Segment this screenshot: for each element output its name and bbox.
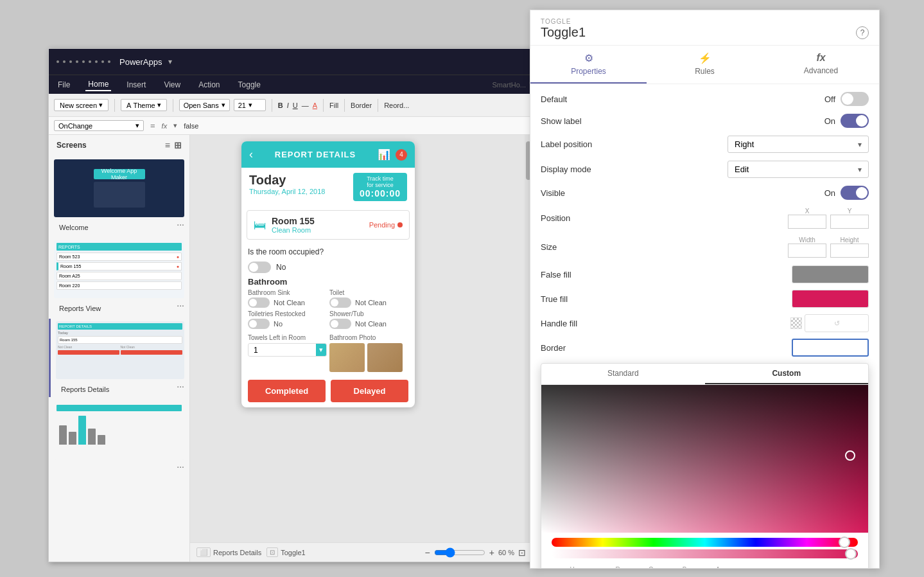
- hue-slider[interactable]: [552, 538, 858, 547]
- delayed-button[interactable]: Delayed: [331, 380, 408, 402]
- alpha-slider[interactable]: [552, 549, 858, 558]
- tab-properties[interactable]: ⚙ Properties: [530, 46, 647, 84]
- hue-thumb[interactable]: [839, 537, 850, 548]
- photo-thumb-2[interactable]: [367, 343, 403, 372]
- zoom-plus-btn[interactable]: +: [489, 547, 494, 558]
- help-icon[interactable]: ?: [856, 26, 869, 39]
- italic-btn[interactable]: I: [287, 102, 289, 109]
- track-time-widget[interactable]: Track time for service 00:00:00: [353, 173, 407, 201]
- label-position-dropdown[interactable]: Right ▾: [728, 136, 869, 153]
- canvas-tab-toggle[interactable]: ⊡ Toggle1: [266, 547, 306, 557]
- fx-button[interactable]: fx: [159, 122, 170, 130]
- tab-advanced[interactable]: fx Advanced: [763, 46, 879, 84]
- color-cursor[interactable]: [845, 450, 855, 461]
- occupied-toggle[interactable]: [248, 262, 271, 273]
- photo-thumb-1[interactable]: [329, 343, 365, 372]
- handle-fill-swatch[interactable]: [790, 317, 802, 329]
- border-btn[interactable]: Border: [351, 102, 372, 109]
- bold-btn[interactable]: B: [278, 102, 283, 109]
- completed-button[interactable]: Completed: [248, 380, 326, 402]
- menu-file[interactable]: File: [55, 79, 73, 91]
- fill-btn[interactable]: Fill: [329, 102, 338, 109]
- screen-item-analytics[interactable]: ...: [49, 400, 189, 477]
- menu-home[interactable]: Home: [85, 78, 111, 91]
- event-dropdown[interactable]: OnChange▾: [54, 120, 144, 131]
- formula-input[interactable]: false: [184, 122, 527, 130]
- occupied-value: No: [276, 263, 286, 272]
- screen-more-welcome[interactable]: ...: [177, 217, 184, 227]
- fit-screen-icon[interactable]: ⊡: [518, 547, 526, 558]
- y-field: Y: [830, 208, 869, 229]
- screen-item-details[interactable]: REPORT DETAILS Today Room 155 Not CleanN…: [49, 319, 189, 397]
- prop-default: Default Off: [541, 92, 869, 106]
- zoom-slider[interactable]: [434, 547, 485, 558]
- alpha-thumb[interactable]: [845, 548, 857, 560]
- b-field: B: [669, 566, 700, 568]
- menu-insert[interactable]: Insert: [124, 79, 148, 91]
- prop-visible: Visible On: [541, 186, 869, 200]
- panel-tabs: ⚙ Properties ⚡ Rules fx Advanced: [530, 46, 879, 84]
- menu-view[interactable]: View: [161, 79, 183, 91]
- handle-fill-box[interactable]: ↺: [805, 314, 869, 332]
- show-label-toggle[interactable]: [841, 114, 869, 128]
- menu-bar: File Home Insert View Action Toggle Smar…: [49, 75, 532, 94]
- default-toggle[interactable]: [841, 92, 869, 106]
- today-label: Today: [249, 173, 325, 188]
- app-dropdown-arrow[interactable]: ▾: [168, 57, 172, 66]
- prop-default-control: Off: [824, 92, 869, 106]
- screen-more-reports[interactable]: ...: [177, 298, 184, 308]
- shower-toggle[interactable]: [329, 319, 351, 329]
- properties-tab-icon: ⚙: [584, 52, 593, 64]
- formula-divider: ▾: [171, 121, 180, 130]
- towels-dropdown-arrow[interactable]: ▾: [316, 344, 326, 356]
- y-input[interactable]: [830, 215, 869, 229]
- screen-item-welcome[interactable]: Welcome App Maker Welcome ...: [49, 157, 189, 235]
- screen-more-details[interactable]: ...: [177, 379, 184, 389]
- height-input[interactable]: [830, 244, 869, 258]
- border-swatch[interactable]: [792, 339, 869, 357]
- text-color-btn[interactable]: A: [313, 102, 317, 109]
- screen-label-welcome: Welcome: [54, 222, 94, 233]
- screen-more-analytics[interactable]: ...: [177, 459, 184, 470]
- true-fill-swatch[interactable]: [792, 290, 869, 308]
- rules-tab-icon: ⚡: [699, 52, 711, 64]
- hex-label: Hex: [570, 566, 582, 568]
- false-fill-swatch[interactable]: [792, 265, 869, 283]
- toilet-toggle[interactable]: [329, 297, 351, 308]
- underline-btn[interactable]: U: [293, 102, 298, 109]
- reorder-btn[interactable]: Reord...: [384, 102, 409, 109]
- phone-header: ‹ REPORT DETAILS 📊 4: [241, 141, 415, 168]
- prop-show-label: Show label On: [541, 114, 869, 128]
- zoom-minus-btn[interactable]: −: [425, 547, 430, 558]
- toilet-label: Toilet: [329, 289, 408, 296]
- cp-tab-standard[interactable]: Standard: [541, 364, 705, 384]
- towels-select[interactable]: 1 ▾: [248, 343, 327, 357]
- cp-tab-custom[interactable]: Custom: [705, 364, 869, 384]
- display-mode-dropdown[interactable]: Edit ▾: [728, 161, 869, 178]
- screen-item-reports[interactable]: REPORTS Room 523● Room 155● Room A25 Roo…: [49, 238, 189, 316]
- photo-grid: [329, 343, 408, 372]
- canvas-tab-reports[interactable]: ⬜ Reports Details: [196, 547, 261, 557]
- toiletries-toggle[interactable]: [248, 319, 270, 329]
- font-dropdown[interactable]: Open Sans▾: [179, 99, 230, 111]
- phone-back-button[interactable]: ‹: [249, 148, 253, 161]
- new-screen-btn[interactable]: New screen▾: [54, 99, 109, 111]
- sink-value: Not Clean: [274, 299, 305, 306]
- tab-rules[interactable]: ⚡ Rules: [647, 46, 763, 84]
- towels-label: Towels Left in Room: [248, 334, 327, 341]
- list-view-icon[interactable]: ≡: [165, 140, 170, 150]
- theme-btn[interactable]: ATheme▾: [121, 99, 167, 111]
- width-input[interactable]: [788, 244, 826, 258]
- font-size-dropdown[interactable]: 21▾: [234, 99, 266, 111]
- prop-label-position: Label position Right ▾: [541, 136, 869, 153]
- strikethrough-btn[interactable]: —: [302, 102, 309, 109]
- visible-toggle[interactable]: [841, 186, 869, 200]
- x-input[interactable]: [788, 215, 826, 229]
- menu-action[interactable]: Action: [196, 79, 222, 91]
- room-header: 🛏 Room 155 Clean Room Pending: [254, 216, 403, 234]
- grid-view-icon[interactable]: ⊞: [174, 140, 182, 150]
- sink-toggle[interactable]: [248, 297, 270, 308]
- color-gradient-picker[interactable]: [541, 385, 868, 533]
- menu-toggle[interactable]: Toggle: [236, 79, 263, 91]
- pending-badge: Pending: [369, 221, 403, 229]
